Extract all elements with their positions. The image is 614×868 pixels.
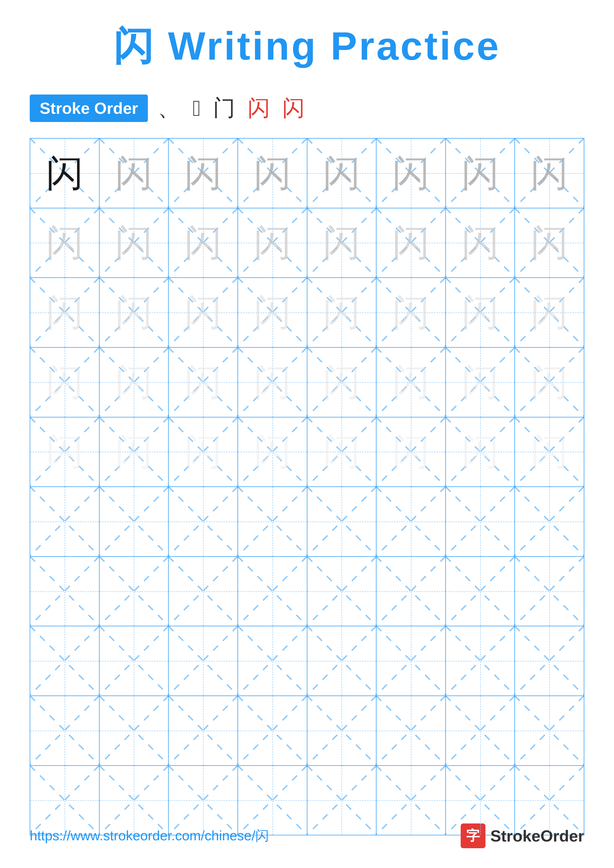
grid-cell[interactable]: 闪	[446, 278, 515, 347]
grid-cell[interactable]	[307, 626, 377, 696]
grid-cell[interactable]: 闪	[376, 139, 446, 208]
grid-cell[interactable]: 闪	[99, 417, 169, 487]
grid-cell[interactable]: 闪	[238, 139, 307, 208]
grid-cell[interactable]: 闪	[515, 278, 584, 347]
char-display: 闪	[462, 364, 499, 401]
grid-cell[interactable]	[99, 557, 169, 626]
svg-line-90	[376, 487, 445, 556]
grid-cell[interactable]	[446, 626, 515, 696]
grid-cell[interactable]: 闪	[446, 348, 515, 417]
grid-row-8	[30, 626, 584, 696]
svg-line-89	[307, 487, 376, 556]
svg-line-140	[446, 696, 515, 765]
grid-cell[interactable]	[238, 557, 307, 626]
grid-cell[interactable]	[238, 626, 307, 696]
grid-cell[interactable]	[30, 696, 99, 765]
grid-cell[interactable]: 闪	[169, 417, 238, 487]
svg-line-116	[169, 626, 238, 695]
grid-cell[interactable]	[376, 696, 446, 765]
grid-cell[interactable]	[169, 626, 238, 696]
svg-line-131	[99, 696, 168, 765]
char-display: 闪	[185, 294, 222, 331]
grid-row-9	[30, 696, 584, 766]
grid-cell[interactable]: 闪	[515, 139, 584, 208]
svg-line-143	[515, 696, 584, 765]
grid-cell[interactable]: 闪	[238, 417, 307, 487]
grid-cell[interactable]: 闪	[30, 139, 99, 208]
grid-cell[interactable]	[515, 696, 584, 765]
grid-cell[interactable]: 闪	[30, 417, 99, 487]
grid-cell[interactable]: 闪	[376, 208, 446, 277]
grid-cell[interactable]	[238, 696, 307, 765]
grid-cell[interactable]: 闪	[376, 348, 446, 417]
char-display: 闪	[115, 294, 152, 331]
grid-cell[interactable]: 闪	[99, 208, 169, 277]
char-display: 闪	[254, 155, 291, 192]
grid-cell[interactable]	[30, 487, 99, 556]
grid-cell[interactable]: 闪	[30, 278, 99, 347]
grid-cell[interactable]	[446, 487, 515, 556]
grid-cell[interactable]: 闪	[169, 348, 238, 417]
grid-cell[interactable]	[307, 487, 377, 556]
grid-cell[interactable]: 闪	[446, 417, 515, 487]
grid-cell[interactable]	[99, 487, 169, 556]
svg-line-123	[376, 626, 445, 695]
grid-cell[interactable]: 闪	[169, 208, 238, 277]
grid-cell[interactable]: 闪	[376, 417, 446, 487]
svg-line-106	[376, 557, 445, 626]
grid-cell[interactable]: 闪	[99, 278, 169, 347]
grid-cell[interactable]	[515, 487, 584, 556]
svg-line-135	[238, 696, 307, 765]
grid-cell[interactable]	[376, 626, 446, 696]
grid-cell[interactable]	[169, 696, 238, 765]
grid-cell[interactable]: 闪	[238, 208, 307, 277]
grid-cell[interactable]	[307, 696, 377, 765]
grid-cell[interactable]	[515, 626, 584, 696]
grid-row-5: 闪 闪 闪 闪 闪 闪 闪	[30, 417, 584, 487]
grid-cell[interactable]: 闪	[307, 278, 377, 347]
grid-cell[interactable]	[307, 557, 377, 626]
grid-cell[interactable]: 闪	[30, 208, 99, 277]
footer-url-link[interactable]: https://www.strokeorder.com/chinese/闪	[30, 827, 269, 845]
grid-cell[interactable]: 闪	[446, 208, 515, 277]
grid-cell[interactable]: 闪	[30, 348, 99, 417]
svg-line-86	[238, 487, 307, 556]
grid-cell[interactable]: 闪	[238, 278, 307, 347]
grid-cell[interactable]: 闪	[307, 417, 377, 487]
grid-cell[interactable]	[376, 487, 446, 556]
char-display: 闪	[323, 155, 360, 192]
grid-cell[interactable]	[238, 487, 307, 556]
grid-cell[interactable]: 闪	[99, 139, 169, 208]
grid-cell[interactable]	[515, 557, 584, 626]
grid-cell[interactable]	[169, 557, 238, 626]
grid-cell[interactable]: 闪	[169, 278, 238, 347]
char-display: 闪	[462, 294, 499, 331]
svg-line-107	[376, 557, 445, 626]
grid-cell[interactable]: 闪	[446, 139, 515, 208]
stroke-order-badge: Stroke Order	[30, 95, 148, 122]
svg-line-99	[99, 557, 168, 626]
grid-cell[interactable]	[30, 626, 99, 696]
char-display: 闪	[323, 294, 360, 331]
grid-cell[interactable]	[446, 696, 515, 765]
grid-cell[interactable]: 闪	[307, 139, 377, 208]
grid-cell[interactable]	[376, 557, 446, 626]
grid-row-4: 闪 闪 闪 闪 闪 闪 闪	[30, 348, 584, 417]
char-display: 闪	[392, 433, 429, 470]
char-display: 闪	[323, 224, 360, 261]
grid-cell[interactable]	[99, 626, 169, 696]
grid-cell[interactable]	[99, 696, 169, 765]
grid-cell[interactable]	[30, 557, 99, 626]
svg-line-94	[515, 487, 584, 556]
grid-cell[interactable]: 闪	[515, 417, 584, 487]
grid-cell[interactable]: 闪	[307, 348, 377, 417]
grid-cell[interactable]: 闪	[169, 139, 238, 208]
grid-cell[interactable]	[169, 487, 238, 556]
grid-cell[interactable]: 闪	[99, 348, 169, 417]
grid-cell[interactable]	[446, 557, 515, 626]
grid-cell[interactable]: 闪	[515, 208, 584, 277]
grid-cell[interactable]: 闪	[307, 208, 377, 277]
grid-cell[interactable]: 闪	[238, 348, 307, 417]
grid-cell[interactable]: 闪	[515, 348, 584, 417]
grid-cell[interactable]: 闪	[376, 278, 446, 347]
